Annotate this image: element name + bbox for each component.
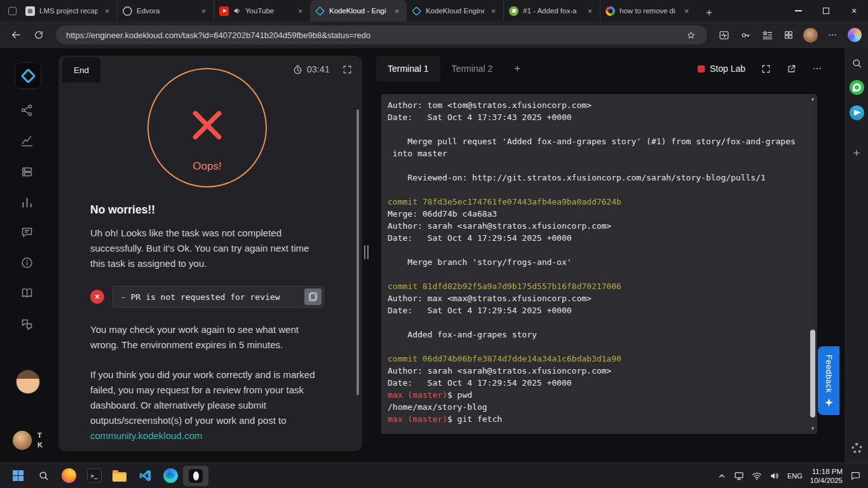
tab-close-icon[interactable]: × [392,6,402,16]
sidebar-search-icon[interactable] [844,53,868,72]
refresh-button[interactable] [29,25,48,44]
taskbar-clock[interactable]: 11:18 PM 10/4/2025 [810,467,843,485]
terminal-line [388,184,807,196]
new-tab-button[interactable]: + [700,4,718,22]
terminal-line: Author: sarah <sarah@stratos.xfusioncorp… [388,220,807,232]
browser-tab-youtube[interactable]: YouTube × [214,0,310,22]
message-edit-icon[interactable] [18,224,36,241]
taskbar-search-icon[interactable] [31,466,56,486]
tab-close-icon[interactable]: × [585,6,595,16]
tab-title: LMS project recap [39,7,98,15]
file-explorer-icon[interactable] [107,466,132,486]
terminal-line [388,341,807,353]
browser-menu-icon[interactable] [824,26,841,44]
tab-audio-speaker-icon[interactable] [233,7,241,15]
back-button[interactable] [6,25,25,44]
start-button[interactable] [5,466,31,486]
address-bar[interactable]: https://engineer.kodekloud.com/task?id=6… [56,25,707,44]
browser-tab-edvora[interactable]: Edvora × [117,0,214,22]
info-circle-icon[interactable] [18,254,36,271]
notification-center-icon[interactable] [850,471,860,481]
tab-close-icon[interactable]: × [682,6,691,16]
tab-terminal-1[interactable]: Terminal 1 [376,56,440,81]
tab-close-icon[interactable]: × [295,6,305,16]
share-nodes-icon[interactable] [18,102,36,119]
kodekloud-logo[interactable] [15,62,41,89]
copy-button[interactable] [304,288,322,305]
telegram-icon[interactable] [844,103,868,122]
minimize-button[interactable] [784,0,812,22]
password-key-icon[interactable] [736,26,754,44]
browser-tab-search[interactable]: how to remove di × [600,0,696,22]
book-icon[interactable] [18,285,36,302]
browser-essentials-icon[interactable] [715,26,733,44]
settings-gear-icon[interactable] [844,438,868,458]
terminal-line: commit 06dd74b06bfe3874d7dde14a34a1c6bda… [388,353,807,365]
browser-tab-kodekloud-active[interactable]: KodeKloud - Engi × [310,0,407,22]
maximize-button[interactable] [812,0,840,22]
end-button[interactable]: End [62,57,100,83]
chat-bubbles-icon[interactable] [18,316,36,333]
community-link[interactable]: community.kodekloud.com [90,430,202,441]
tab-close-icon[interactable]: × [199,6,208,16]
tab-close-icon[interactable]: × [489,6,498,16]
browser-tab-lms[interactable]: LMS project recap × [20,0,117,22]
tab-actions-menu-icon[interactable] [4,0,20,22]
panel-splitter-handle[interactable] [363,245,369,259]
terminal-app-icon[interactable]: >_ [81,466,107,486]
terminal-line: Date: Sat Oct 4 17:29:54 2025 +0000 [388,377,807,389]
browser-tab-kodekloud-2[interactable]: KodeKloud Engine × [407,0,503,22]
scrollbar-thumb[interactable] [810,330,815,417]
task-panel-body: Oops! No worries!! Uh oh! Looks like the… [90,83,324,451]
favorites-hub-icon[interactable] [758,26,776,44]
server-icon[interactable] [18,163,36,180]
volume-icon[interactable] [770,471,780,481]
new-terminal-button[interactable]: + [509,62,526,75]
browser-tab-gitea-pr[interactable]: #1 - Added fox-a × [503,0,600,22]
terminal-line: Merge pull request 'Added fox-and-grapes… [388,135,807,147]
collections-grid-icon[interactable] [780,26,797,44]
open-external-icon[interactable] [787,64,796,74]
terminal-line: Date: Sat Oct 4 17:29:54 2025 +0000 [388,232,807,244]
language-indicator[interactable]: ENG [787,472,803,480]
edge-icon[interactable] [158,466,183,486]
result-heading: No worries!! [90,203,324,217]
profile-chip-line2: K [37,440,43,450]
scroll-down-icon[interactable]: ▼ [809,425,817,433]
terminal-screen[interactable]: Author: tom <tom@stratos.xfusioncorp.com… [381,94,817,434]
terminal-expand-icon[interactable] [761,64,771,74]
feedback-button[interactable]: Feedback [818,346,839,415]
url-text: https://engineer.kodekloud.com/task?id=6… [66,30,682,40]
whatsapp-icon[interactable] [844,78,868,97]
windows-taskbar: >_ ENG 11:18 PM 10/4/2025 [0,463,868,488]
vscode-icon[interactable] [132,466,158,486]
user-avatar[interactable] [16,370,40,394]
google-favicon [606,6,615,16]
bar-ranking-icon[interactable] [18,194,36,211]
favorite-star-icon[interactable] [682,26,700,44]
terminal-line: Date: Sat Oct 4 17:37:43 2025 +0000 [388,111,807,123]
active-app-icon[interactable] [183,466,208,486]
error-message-text: - PR is not requested for review [121,292,302,302]
close-window-button[interactable]: × [840,0,868,22]
tray-monitor-icon[interactable] [734,471,744,481]
review-info-text: If you think you did your work correctly… [90,367,324,444]
tab-close-icon[interactable]: × [102,6,112,16]
sparkle-icon [825,398,833,407]
hidden-icons-chevron[interactable] [717,471,726,480]
panel-expand-icon[interactable] [330,56,362,83]
edge-sidebar: + [844,48,868,463]
stop-lab-button[interactable]: Stop Lab [698,64,745,74]
terminal-scrollbar[interactable]: ▲ ▼ [809,95,817,433]
profile-avatar[interactable] [803,28,818,43]
copilot-icon[interactable] [848,28,862,42]
terminal-more-icon[interactable] [812,64,822,74]
scroll-up-icon[interactable]: ▲ [809,95,817,103]
line-chart-icon[interactable] [18,133,36,150]
tab-terminal-2[interactable]: Terminal 2 [440,56,505,81]
firefox-icon[interactable] [56,466,81,486]
wifi-icon[interactable] [752,471,762,481]
profile-chip[interactable]: T K [13,431,43,450]
add-sidebar-app-icon[interactable]: + [844,144,868,163]
task-panel-scrollbar[interactable] [356,109,359,395]
